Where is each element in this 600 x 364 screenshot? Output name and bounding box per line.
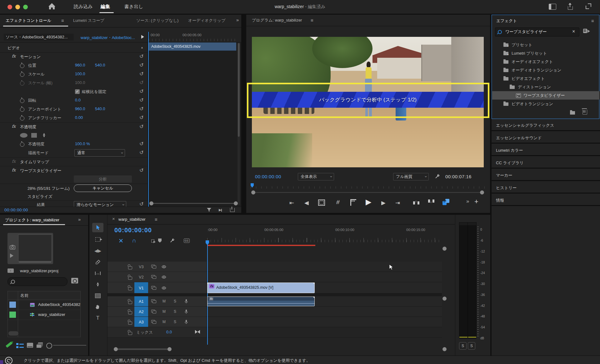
preview-thumbnail[interactable] xyxy=(8,233,53,264)
insert-nest-toggle-icon[interactable] xyxy=(119,239,123,243)
sync-lock-icon[interactable] xyxy=(151,310,156,313)
section-collapse-icon[interactable]: ▲ xyxy=(141,46,143,49)
tab-effect-controls[interactable]: エフェクトコントロール xyxy=(6,18,51,23)
panel-tab-essential-graphics[interactable]: エッセンシャルグラフィックス xyxy=(492,120,600,131)
track-lane-a2[interactable] xyxy=(206,307,442,317)
creative-cloud-icon[interactable] xyxy=(5,357,12,364)
hscroll-stub[interactable] xyxy=(8,331,18,336)
type-tool[interactable]: T xyxy=(92,313,103,323)
fullscreen-icon[interactable] xyxy=(586,3,591,9)
track-target-a3[interactable]: A3 xyxy=(134,317,148,327)
track-target-a1[interactable]: A1 xyxy=(134,296,148,306)
project-item-row[interactable]: AdobeStock_493543825.mov xyxy=(8,300,80,310)
freeform-view-icon[interactable] xyxy=(36,342,44,348)
share-icon[interactable] xyxy=(567,3,573,10)
timeline-hscroll-track[interactable] xyxy=(116,348,171,350)
mix-track-lane[interactable] xyxy=(206,327,442,337)
anchor-x-value[interactable]: 960.0 xyxy=(75,106,85,111)
panel-menu-icon[interactable]: ≡ xyxy=(311,17,313,23)
button-editor-overflow-icon[interactable]: » xyxy=(466,198,469,204)
mute-button[interactable]: M xyxy=(162,309,166,314)
track-lane-v3[interactable] xyxy=(206,262,442,272)
scrollbar-knob[interactable] xyxy=(442,347,447,351)
go-to-out-icon[interactable]: ⇥ xyxy=(395,199,400,206)
panel-overflow-icon[interactable]: » xyxy=(78,217,81,222)
timeline-settings-wrench-icon[interactable] xyxy=(169,238,175,243)
track-output-eye-icon[interactable] xyxy=(161,264,167,269)
sync-lock-icon[interactable] xyxy=(151,265,156,268)
track-target-v3[interactable]: V3 xyxy=(134,262,148,272)
captions-icon[interactable]: CC xyxy=(184,239,190,243)
scale-value[interactable]: 100.0 xyxy=(75,71,85,76)
sequence-clip-label[interactable]: warp_stabilizer・AdobeStoc... xyxy=(81,35,135,41)
effects-badge-filter-icon[interactable] xyxy=(583,28,591,34)
export-frame-icon[interactable] xyxy=(318,199,325,206)
track-header-a3[interactable]: A3 M S xyxy=(108,317,206,327)
lock-icon[interactable] xyxy=(128,301,132,304)
sync-lock-icon[interactable] xyxy=(151,286,156,289)
scrollbar-knob[interactable] xyxy=(168,347,172,351)
anchor-y-value[interactable]: 540.0 xyxy=(95,106,105,111)
scrollbar-knob[interactable] xyxy=(442,297,447,301)
play-button-icon[interactable]: ▶ xyxy=(366,198,371,206)
timeline-ruler[interactable]: :00:00 00:00:05:00 00:00:10:00 00:00:15:… xyxy=(206,227,442,245)
antiflicker-value[interactable]: 0.00 xyxy=(75,115,83,120)
ripple-edit-tool[interactable]: ◀▶ xyxy=(92,246,103,255)
analyze-button[interactable]: 分析 xyxy=(74,175,132,183)
tree-item-video-effects[interactable]: ビデオエフェクト xyxy=(492,74,599,83)
anchor-reset-icon[interactable]: ↺ xyxy=(139,106,143,112)
thumbnail-scrubber[interactable] xyxy=(19,262,51,263)
scrollbar-knob[interactable] xyxy=(234,201,238,205)
new-custom-bin-icon[interactable] xyxy=(570,111,575,115)
blend-mode-reset-icon[interactable]: ↺ xyxy=(139,150,143,155)
opacity-reset-icon[interactable]: ↺ xyxy=(139,124,143,130)
item-name[interactable]: AdobeStock_493543825.mov xyxy=(38,302,80,307)
motion-reset-icon[interactable]: ↺ xyxy=(139,53,143,59)
uniform-scale-reset-icon[interactable]: ↺ xyxy=(139,88,143,94)
tree-item-lumetri-presets[interactable]: ★ Lumetri プリセット xyxy=(492,49,599,57)
slip-tool[interactable]: ↔ xyxy=(92,268,103,278)
settings-wrench-icon[interactable] xyxy=(434,174,440,180)
item-name[interactable]: warp_stabilizer xyxy=(38,312,65,317)
position-y-value[interactable]: 540.0 xyxy=(95,63,105,67)
effects-panel-title[interactable]: エフェクト xyxy=(496,18,517,24)
effects-search-input[interactable] xyxy=(505,29,562,34)
voiceover-mic-icon[interactable] xyxy=(184,319,189,324)
track-target-a2[interactable]: A2 xyxy=(134,307,148,317)
tree-item-video-transitions[interactable]: ビデオトランジション xyxy=(492,100,599,108)
voiceover-mic-icon[interactable] xyxy=(184,309,189,314)
audio-clip[interactable]: fx xyxy=(207,297,315,306)
scale-stopwatch-icon[interactable] xyxy=(20,72,24,77)
project-search-input[interactable] xyxy=(17,278,65,284)
opacity-value-reset-icon[interactable]: ↺ xyxy=(139,141,143,147)
label-color-chip[interactable] xyxy=(9,312,16,318)
rectangle-tool[interactable] xyxy=(92,291,103,300)
zoom-level-select[interactable]: 全体表示› xyxy=(298,173,334,180)
mix-volume-value[interactable]: 0.0 xyxy=(166,330,172,334)
lock-icon[interactable] xyxy=(128,287,132,290)
writable-pencil-icon[interactable] xyxy=(6,342,12,348)
project-search-box[interactable] xyxy=(8,277,68,286)
timeline-playhead-line[interactable] xyxy=(207,245,208,345)
timeline-timecode[interactable]: 00:00:00:00 xyxy=(114,227,152,234)
warp-reset-icon[interactable]: ↺ xyxy=(139,167,143,173)
video-clip[interactable]: fx AdobeStock_493543825.mov [V] xyxy=(207,283,315,293)
solo-button[interactable]: S xyxy=(174,309,176,314)
tree-item-presets[interactable]: ★ プリセット xyxy=(492,41,599,49)
panel-tab-cc-libraries[interactable]: CC ライブラリ xyxy=(492,157,600,169)
panel-menu-icon[interactable]: ≡ xyxy=(61,18,64,23)
step-back-icon[interactable]: ◀ xyxy=(304,200,309,206)
export-keyframes-icon[interactable] xyxy=(230,208,235,212)
step-forward-icon[interactable]: ▶ xyxy=(381,200,386,206)
antiflicker-reset-icon[interactable]: ↺ xyxy=(139,115,143,121)
clear-search-icon[interactable]: × xyxy=(572,29,575,34)
voiceover-mic-icon[interactable] xyxy=(184,299,189,304)
rotation-reset-icon[interactable]: ↺ xyxy=(139,97,143,103)
track-header-a1[interactable]: A1 M S xyxy=(108,296,206,307)
mute-button[interactable]: M xyxy=(162,299,166,303)
solo-button[interactable]: S xyxy=(174,320,176,324)
result-reset-icon[interactable]: ↺ xyxy=(139,201,143,207)
position-reset-icon[interactable]: ↺ xyxy=(139,62,143,68)
lift-icon[interactable]: ↑ xyxy=(413,199,419,204)
list-header[interactable]: 名前 xyxy=(8,291,80,300)
